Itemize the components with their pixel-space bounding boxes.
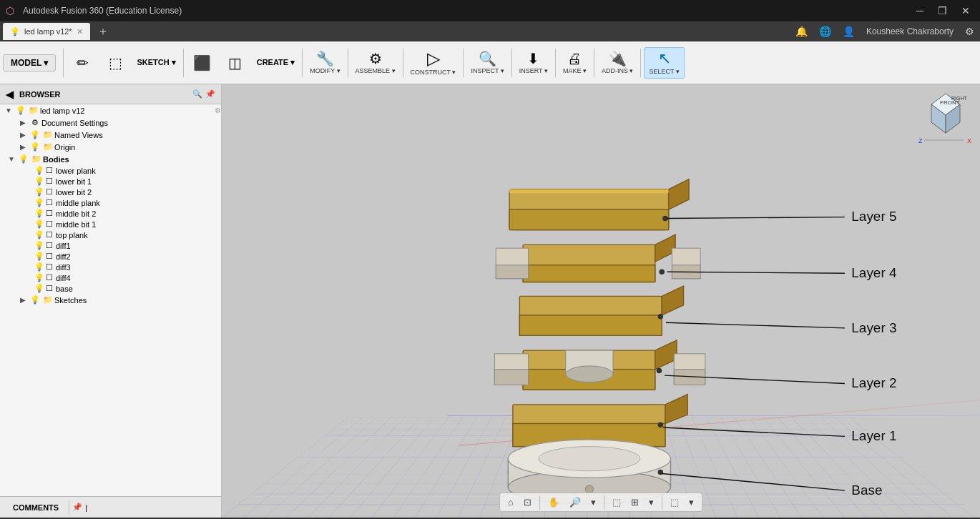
body-item-diff4[interactable]: 💡 ☐ diff4 <box>0 272 221 283</box>
view-env-btn[interactable]: ⬚ <box>667 495 682 510</box>
svg-text:RIGHT: RIGHT <box>951 96 968 101</box>
middle-plank-visibility: 💡 <box>34 198 44 207</box>
bodies-label: Bodies <box>43 155 221 164</box>
tab-close-btn[interactable]: ✕ <box>77 27 83 36</box>
close-btn[interactable]: ✕ <box>957 4 974 18</box>
view-grid-dropdown[interactable]: ▾ <box>645 495 657 510</box>
browser-content: ▼ 💡 📁 led lamp v12 ⚙ ▶ ⚙ Document Settin… <box>0 104 221 496</box>
root-settings-icon: ⚙ <box>215 107 221 114</box>
root-visibility-icon: 💡 <box>14 106 27 115</box>
insert-btn[interactable]: ⬇ INSERT ▾ <box>515 49 552 77</box>
tree-item-bodies[interactable]: ▼ 💡 📁 Bodies <box>0 153 221 165</box>
view-zoom-btn[interactable]: 🔎 <box>566 495 584 510</box>
minimize-btn[interactable]: ─ <box>912 4 928 18</box>
middle-bit-2-check[interactable]: ☐ <box>46 209 53 218</box>
body-item-lower-bit-1[interactable]: 💡 ☐ lower bit 1 <box>0 176 221 187</box>
tree-item-origin[interactable]: ▶ 💡 📁 Origin <box>0 141 221 153</box>
svg-point-22 <box>566 366 613 382</box>
settings-btn[interactable]: ⚙ <box>962 24 977 39</box>
view-zoom-dropdown[interactable]: ▾ <box>587 495 599 510</box>
bt-sep-2 <box>604 495 604 510</box>
construct-btn[interactable]: ▷ CONSTRUCT ▾ <box>406 47 461 79</box>
diff1-check[interactable]: ☐ <box>46 241 53 250</box>
lower-plank-check[interactable]: ☐ <box>46 166 53 175</box>
named-views-arrow: ▶ <box>17 131 29 139</box>
body-item-middle-bit-1[interactable]: 💡 ☐ middle bit 1 <box>0 219 221 229</box>
sidebar: ◀ BROWSER 🔍 📌 ▼ 💡 📁 led lamp v12 ⚙ ▶ ⚙ D… <box>0 84 222 518</box>
view-env-dropdown[interactable]: ▾ <box>685 495 697 510</box>
help-btn[interactable]: 🌐 <box>816 24 834 39</box>
body-item-middle-plank[interactable]: 💡 ☐ middle plank <box>0 197 221 208</box>
named-views-folder-icon: 📁 <box>41 130 54 139</box>
tree-item-sketches[interactable]: ▶ 💡 📁 Sketches <box>0 294 221 306</box>
view-pan-btn[interactable]: ✋ <box>544 495 563 510</box>
origin-folder-icon: 📁 <box>41 142 54 152</box>
svg-point-27 <box>657 368 662 374</box>
tab-label: led lamp v12* <box>24 27 72 36</box>
body-item-lower-plank[interactable]: 💡 ☐ lower plank <box>0 165 221 176</box>
select-btn[interactable]: ↖ SELECT ▾ <box>644 47 684 79</box>
notifications-btn[interactable]: 🔔 <box>793 24 810 39</box>
top-plank-check[interactable]: ☐ <box>46 230 53 239</box>
sketch-shape-btn[interactable]: ⬚ <box>99 53 131 73</box>
base-check[interactable]: ☐ <box>46 284 53 293</box>
layer5-body <box>509 179 689 230</box>
create-extrude-btn[interactable]: ⬛ <box>187 53 218 73</box>
make-btn[interactable]: 🖨 MAKE ▾ <box>559 49 591 77</box>
lower-bit-2-check[interactable]: ☐ <box>46 187 53 197</box>
diff4-check[interactable]: ☐ <box>46 273 53 282</box>
layer3-body <box>519 286 683 335</box>
create-dropdown-btn[interactable]: CREATE ▾ <box>253 55 299 70</box>
view-display-btn[interactable]: ⬚ <box>609 495 624 510</box>
diff2-check[interactable]: ☐ <box>46 252 53 261</box>
toolbar-sep-5 <box>403 49 403 77</box>
create-btn[interactable]: ◫ <box>220 53 251 73</box>
view-fit-btn[interactable]: ⊡ <box>520 495 535 510</box>
middle-plank-check[interactable]: ☐ <box>46 198 53 207</box>
add-tab-btn[interactable]: ＋ <box>92 24 114 39</box>
body-item-base[interactable]: 💡 ☐ base <box>0 283 221 294</box>
lower-bit-1-check[interactable]: ☐ <box>46 177 53 186</box>
comments-btn[interactable]: COMMENTS <box>6 502 66 513</box>
active-tab[interactable]: 💡 led lamp v12* ✕ <box>3 23 90 40</box>
browser-collapse-btn[interactable]: ◀ <box>6 89 14 100</box>
view-grid-btn[interactable]: ⊞ <box>627 495 642 510</box>
statusbar-pin-btn[interactable]: 📌 <box>72 503 82 512</box>
assemble-label: ASSEMBLE ▾ <box>356 67 396 74</box>
middle-bit-2-label: middle bit 2 <box>56 209 96 218</box>
view-home-btn[interactable]: ⌂ <box>504 495 517 510</box>
body-item-diff2[interactable]: 💡 ☐ diff2 <box>0 251 221 262</box>
model-dropdown-btn[interactable]: MODEL ▾ <box>3 54 56 71</box>
statusbar-collapse-btn[interactable]: | <box>85 503 87 512</box>
lower-bit-1-visibility: 💡 <box>34 177 44 186</box>
layer1-body <box>513 395 687 447</box>
modify-btn[interactable]: 🔧 MODIFY ▾ <box>305 49 344 77</box>
diff3-check[interactable]: ☐ <box>46 262 53 272</box>
sketch-dropdown-btn[interactable]: SKETCH ▾ <box>132 55 180 70</box>
tree-item-root[interactable]: ▼ 💡 📁 led lamp v12 ⚙ <box>0 104 221 117</box>
viewport[interactable]: Layer 5 Layer 4 Layer 3 Layer 2 Layer 1 … <box>222 84 980 518</box>
middle-bit-1-check[interactable]: ☐ <box>46 219 53 229</box>
tree-item-named-views[interactable]: ▶ 💡 📁 Named Views <box>0 129 221 141</box>
assemble-btn[interactable]: ⚙ ASSEMBLE ▾ <box>351 49 400 77</box>
inspect-btn[interactable]: 🔍 INSPECT ▾ <box>466 49 508 77</box>
user-btn[interactable]: 👤 <box>840 24 858 39</box>
viewcube[interactable]: FRONT RIGHT Z X <box>917 90 974 147</box>
body-item-diff3[interactable]: 💡 ☐ diff3 <box>0 262 221 272</box>
browser-pin-btn[interactable]: 📌 <box>205 89 215 99</box>
named-views-label: Named Views <box>54 131 221 139</box>
svg-rect-3 <box>509 189 669 194</box>
window-controls: ─ ❐ ✕ <box>912 4 974 18</box>
sketch-draw-btn[interactable]: ✏ <box>67 53 98 73</box>
root-label: led lamp v12 <box>40 107 212 115</box>
body-item-middle-bit-2[interactable]: 💡 ☐ middle bit 2 <box>0 208 221 219</box>
body-item-top-plank[interactable]: 💡 ☐ top plank <box>0 229 221 240</box>
app-title: Autodesk Fusion 360 (Education License) <box>23 6 182 16</box>
maximize-btn[interactable]: ❐ <box>934 4 951 18</box>
body-item-lower-bit-2[interactable]: 💡 ☐ lower bit 2 <box>0 187 221 197</box>
body-item-diff1[interactable]: 💡 ☐ diff1 <box>0 240 221 251</box>
tree-item-doc-settings[interactable]: ▶ ⚙ Document Settings <box>0 117 221 129</box>
toolbar-sep-3 <box>302 49 303 77</box>
browser-search-btn[interactable]: 🔍 <box>192 89 202 99</box>
addins-btn[interactable]: 🔌 ADD-INS ▾ <box>597 49 638 77</box>
